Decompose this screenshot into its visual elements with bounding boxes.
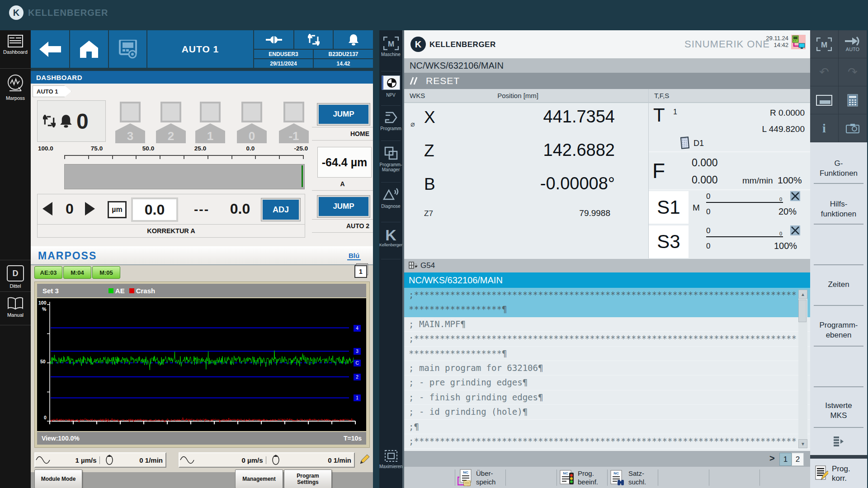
program-editor[interactable]: ;***************************************… [404,288,810,451]
maximize-icon [384,450,398,462]
spindle-s1-mode: M [693,203,700,213]
tab-ae03[interactable]: AE:03 [34,266,62,279]
network-status-icon[interactable] [791,34,806,49]
nav-item-kellenberger[interactable]: K Kellenberger [379,227,402,247]
hmi-settings-button[interactable] [109,30,146,68]
pager-arrow[interactable]: > [769,453,775,464]
management-button[interactable]: Management [235,469,283,488]
divider [649,189,810,190]
unit-button[interactable]: µm [108,201,127,218]
scroll-up-button[interactable]: ▲ [798,290,807,299]
chart-title: Set 3 [42,287,59,295]
coupling-button[interactable] [254,30,293,49]
s3-bottom: 0 [706,242,710,251]
camera-icon [846,123,859,133]
program-line[interactable]: ;***************************************… [404,434,810,449]
softkey-prog-beeinf[interactable]: NC Prog.beeinf. [559,469,606,487]
sidebar-item-manual[interactable]: Manual [0,297,31,318]
program-line[interactable]: ;***************************************… [404,332,810,346]
softkey-istwerte-mks[interactable]: IstwerteMKS [810,401,867,421]
scroll-thumb[interactable] [798,300,807,322]
nav-item-maschine[interactable]: M Maschine [379,37,402,57]
pager-page-2[interactable]: 2 [792,453,804,466]
bell-button[interactable] [334,30,373,49]
edit-pencil-icon[interactable] [359,454,370,465]
breadcrumb-tab[interactable]: AUTO 1 [33,85,71,97]
axis-z7-value: 79.9988 [472,208,610,218]
step-up-button[interactable] [85,202,95,216]
s3-override: 100% [774,241,797,251]
softkey-satz-suchl[interactable]: NC Satz-suchl. [610,469,657,487]
rotation-icon [102,455,117,465]
softkey-hilfsfunktionen[interactable]: Hilfs-funktionen [810,199,867,219]
home-icon [80,41,98,58]
sinumerik-brand: KELLENBERGER [429,40,496,49]
nav-item-programm[interactable]: Programm [379,111,402,131]
sidebar-item-dashboard[interactable]: Dashboard [0,35,31,55]
right-sidebar: M AUTO ↶ ↷ i G-Funktionen Hilfs-funktion… [810,30,867,488]
feed-set: 0.000 [692,174,718,186]
program-path: NC/WKS/632106/MAIN [404,58,810,73]
undo-button[interactable]: ↶ [810,58,838,86]
nav-item-maximieren[interactable]: Maximieren [379,450,402,469]
machine-area-button[interactable]: M [810,30,838,58]
program-line[interactable]: ; - pre grinding edges¶ [404,375,810,390]
program-line[interactable]: ; MAIN.MPF¶ [404,317,810,332]
legend-crash-swatch [129,288,134,293]
home-button[interactable] [70,30,108,68]
program-line[interactable]: ******************¶ [404,347,810,361]
sine-wave-icon [35,455,51,465]
keyboard-button[interactable] [810,86,838,114]
back-arrow-icon [39,42,61,57]
tfs-header: T,F,S [649,89,810,103]
screenshot-button[interactable] [839,114,867,142]
sidebar-item-marposs[interactable]: Marposs [0,74,31,101]
y-label-pct: % [42,306,46,312]
tab-m04[interactable]: M:04 [63,266,91,279]
correction-value-input[interactable]: 0.0 [131,197,178,222]
adj-button[interactable]: ADJ [261,198,300,221]
softkey-prog-korr[interactable]: Prog.korr. [810,459,867,488]
softkey-uberspeich[interactable]: NC Über-speich [458,469,505,487]
program-scrollbar[interactable]: ▲ ▼ [798,290,807,448]
auto-mode-button[interactable]: AUTO [839,30,867,58]
softkey-programmebenen[interactable]: Programm-ebenen [810,320,867,340]
tab-m05[interactable]: M:05 [92,266,120,279]
softkey-g-funktionen[interactable]: G-Funktionen [810,159,867,178]
redo-button[interactable]: ↷ [839,58,867,86]
program-line[interactable]: ; - id grinding (hole)¶ [404,405,810,419]
softkey-menu-extend[interactable] [810,436,867,450]
nav-item-programm-manager[interactable]: Programm- Manager [379,146,402,172]
app-header: K KELLENBERGER [9,5,108,20]
cycle-button[interactable] [294,30,333,49]
scale-label: 100.0 [32,144,59,152]
scroll-down-button[interactable]: ▼ [798,439,807,448]
jump-home-button[interactable]: JUMP [317,103,370,125]
program-line[interactable]: ; main program for 632106¶ [404,361,810,375]
info-button[interactable]: i [810,114,838,142]
nav-item-diagnose[interactable]: Diagnose [379,188,402,209]
sinumerik-panel: K KELLENBERGER SINUMERIK ONE 29.11.24 14… [404,30,810,488]
pager-page-1[interactable]: 1 [779,453,792,466]
jump-auto2-button[interactable]: JUMP [317,196,370,217]
marposs-chart: Set 3 AE Crash 100 % 50 0 43C21 View:100… [34,282,370,448]
program-line[interactable]: ;***************************************… [404,288,810,302]
softkey-zeiten[interactable]: Zeiten [810,280,867,290]
sinumerik-header: K KELLENBERGER SINUMERIK ONE 29.11.24 14… [404,30,810,58]
program-settings-button[interactable]: ProgramSettings [284,469,332,488]
nav-item-npv[interactable]: NPV [379,75,402,98]
y-label-0: 0 [44,415,47,420]
sidebar-item-dittel[interactable]: D Dittel [0,265,31,289]
module-mode-button[interactable]: Module Mode [34,469,82,488]
program-line[interactable]: ; - finish grinding edges¶ [404,390,810,405]
feed-rate-value: 0 µm/s [195,456,266,464]
page-stack-icon[interactable]: 1 [354,263,368,277]
program-line[interactable]: ;¶ [404,420,810,434]
step-down-button[interactable] [42,202,52,216]
home-label: HOME [312,127,373,141]
threshold-label-3: 3 [354,348,361,355]
siemens-nav-rail: M Maschine NPV Programm Programm- Manage… [379,30,402,488]
program-line[interactable]: ******************¶ [404,302,810,317]
calculator-button[interactable] [839,86,867,114]
back-button[interactable] [31,30,69,68]
